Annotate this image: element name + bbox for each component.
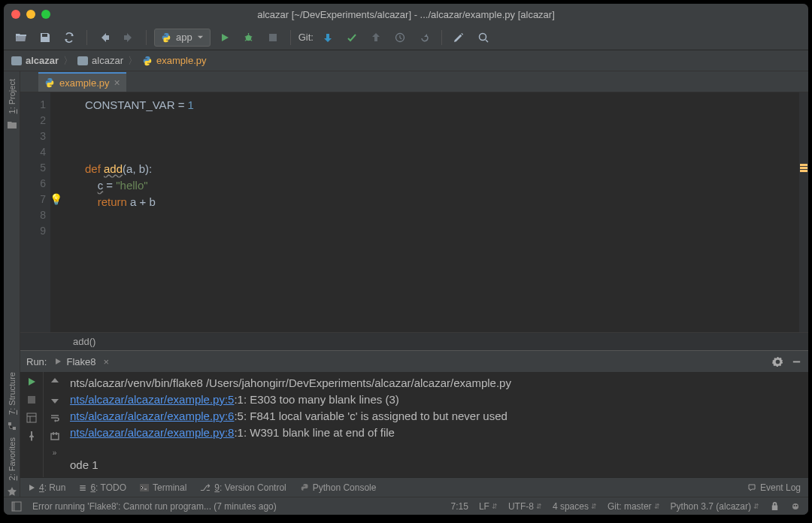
titlebar: alcazar [~/DevExperiments/alcazar] - ...… [4,4,808,25]
indent-selector[interactable]: 4 spaces⇵ [553,501,597,512]
event-log-button[interactable]: Event Log [747,482,801,493]
run-config-name: app [176,32,192,43]
layout-button[interactable] [26,413,37,423]
forward-button[interactable] [119,28,138,47]
folder-icon [77,56,88,65]
main-toolbar: app Git: [4,25,808,50]
svg-rect-6 [28,396,35,404]
editor[interactable]: 123456789 💡 CONSTANT_VAR = 1 def add(a, … [20,92,808,332]
run-tab[interactable]: Flake8 × [54,356,109,367]
rerun-button[interactable] [26,376,37,387]
status-bar: Error running 'Flake8': Cannot run progr… [4,497,808,515]
inspection-icon[interactable] [790,501,801,512]
svg-rect-4 [8,422,11,425]
play-icon [54,358,62,365]
breadcrumb-root[interactable]: alcazar [11,55,59,66]
back-button[interactable] [95,28,114,47]
vcs-toolwindow-button[interactable]: ⎇9: Version Control [200,482,286,493]
todo-toolwindow-button[interactable]: ≣6: TODO [79,482,126,493]
status-message[interactable]: Error running 'Flake8': Cannot run progr… [32,501,277,512]
svg-point-12 [794,505,795,506]
editor-tab-active[interactable]: example.py × [38,72,126,92]
editor-tabs: example.py × [20,71,808,92]
breadcrumb-folder[interactable]: alcazar [77,55,123,66]
settings-button[interactable] [450,28,469,47]
git-push-button[interactable] [366,28,386,47]
intention-bulb-icon[interactable]: 💡 [50,192,62,207]
python-icon [44,77,55,88]
stop-button[interactable] [26,395,37,405]
chevron-down-icon [197,34,204,41]
svg-rect-1 [269,34,277,41]
svg-rect-8 [140,484,149,491]
svg-point-3 [479,33,486,40]
close-window-button[interactable] [11,10,20,19]
lock-icon[interactable] [770,501,780,511]
breadcrumb-file[interactable]: example.py [142,55,206,66]
bottom-toolwindow-bar: 4: Run ≣6: TODO Terminal ⎇9: Version Con… [20,477,808,497]
tab-filename: example.py [59,77,109,89]
python-icon [142,56,153,66]
python-console-button[interactable]: Python Console [300,482,377,493]
run-toolbar-left [20,372,43,477]
interpreter-selector[interactable]: Python 3.7 (alcazar)⇵ [671,501,759,512]
pin-button[interactable] [26,431,37,441]
run-toolwindow-header: Run: Flake8 × [20,351,808,372]
gutter[interactable]: 123456789 💡 [20,92,50,332]
run-toolwindow-button[interactable]: 4: Run [28,482,65,493]
svg-rect-7 [27,413,36,422]
more-button[interactable]: » [53,449,57,457]
export-button[interactable] [50,431,60,441]
git-update-button[interactable] [318,28,338,47]
run-config-selector[interactable]: app [154,29,211,47]
project-toolwindow-button[interactable]: 1: Project [8,74,17,118]
console-link[interactable]: nts/alcazar/alcazar/example.py:6 [70,410,234,422]
code-area[interactable]: CONSTANT_VAR = 1 def add(a, b): c = "hel… [50,92,808,332]
run-toolbar-left2: » [43,372,65,477]
up-button[interactable] [50,376,60,387]
git-branch-selector[interactable]: Git: master⇵ [607,501,660,512]
stop-button[interactable] [263,28,283,47]
warning-marker[interactable] [800,167,807,169]
console-link[interactable]: nts/alcazar/alcazar/example.py:5 [70,393,234,406]
minimize-panel-button[interactable] [791,356,802,367]
settings-icon[interactable] [772,356,783,367]
editor-marker-bar[interactable] [799,92,808,332]
encoding-selector[interactable]: UTF-8⇵ [508,501,542,512]
run-button[interactable] [215,28,235,47]
left-toolwindow-bar: 1: Project 7: Structure 2: Favorites [4,71,20,497]
console-output[interactable]: nts/alcazar/venv/bin/flake8 /Users/jahon… [65,372,808,477]
console-link[interactable]: nts/alcazar/alcazar/example.py:8 [70,426,234,439]
warning-marker[interactable] [800,170,807,172]
svg-point-11 [792,503,798,509]
close-tab-button[interactable]: × [114,77,120,89]
favorites-toolwindow-button[interactable]: 2: Favorites [8,433,17,485]
star-icon [7,486,17,497]
save-button[interactable] [35,28,55,47]
git-rollback-button[interactable] [414,28,434,47]
editor-breadcrumb[interactable]: add() [20,332,808,350]
terminal-toolwindow-button[interactable]: Terminal [140,482,186,493]
python-icon [161,32,171,43]
close-run-tab-button[interactable]: × [104,356,110,367]
minimize-window-button[interactable] [26,10,35,19]
svg-rect-10 [12,502,15,511]
wrap-button[interactable] [50,413,60,423]
open-button[interactable] [11,28,31,47]
maximize-window-button[interactable] [41,10,50,19]
structure-toolwindow-button[interactable]: 7: Structure [8,367,17,419]
git-history-button[interactable] [390,28,410,47]
run-label: Run: [26,356,47,367]
warning-marker[interactable] [800,164,807,166]
structure-icon [7,421,17,431]
debug-button[interactable] [239,28,259,47]
git-commit-button[interactable] [342,28,362,47]
folder-icon [11,56,22,65]
search-button[interactable] [474,28,493,47]
cursor-position[interactable]: 7:15 [451,501,468,512]
toolwindows-button[interactable] [11,501,22,512]
sync-button[interactable] [59,28,79,47]
python-icon [300,483,309,492]
down-button[interactable] [50,395,60,405]
line-ending-selector[interactable]: LF⇵ [479,501,498,512]
